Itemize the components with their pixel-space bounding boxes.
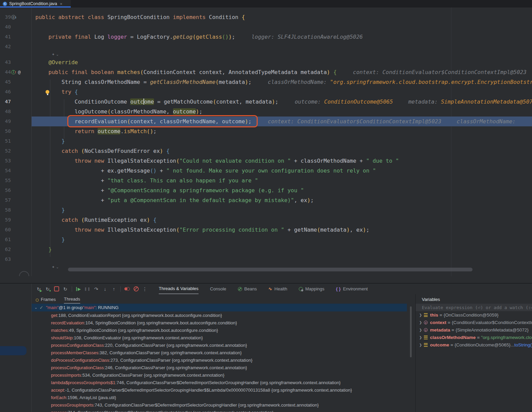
code-line[interactable]: 57 + "put a @ComponentScan in the defaul…	[0, 195, 532, 205]
line-number[interactable]: 42	[0, 42, 11, 52]
debug-tab-beans[interactable]: Beans	[238, 284, 257, 294]
expand-chevron-icon[interactable]: ❯	[419, 343, 424, 347]
code-line[interactable]: 59 catch (RuntimeException ex) {	[0, 215, 532, 225]
expand-chevron-icon[interactable]: ❯	[419, 321, 424, 324]
code-line[interactable]: 50 return outcome.isMatch();	[0, 126, 532, 136]
pause-icon[interactable]: ❚❚	[84, 285, 91, 293]
code-line[interactable]: 54 + ex.getMessage() + " not found. Make…	[0, 166, 532, 176]
code-line[interactable]: 43 @Override	[0, 57, 532, 67]
code-text[interactable]: + ex.getMessage() + " not found. Make su…	[0, 166, 376, 176]
code-line[interactable]: 63	[0, 254, 532, 264]
code-text[interactable]: private final Log logger = LogFactory.ge…	[0, 32, 235, 42]
stack-frame-row[interactable]: accept:-1, ConfigurationClassParser$Defe…	[32, 387, 410, 394]
close-tab-icon[interactable]: ×	[60, 1, 63, 6]
evaluate-expression-input[interactable]: Evaluate expression (⏎) or add a watch (…	[416, 304, 532, 311]
stack-frame-row[interactable]: recordEvaluation:104, SpringBootConditio…	[32, 319, 410, 327]
step-out-icon[interactable]: ↑	[110, 285, 118, 293]
stack-frame-row[interactable]: get:188, ConditionEvaluationReport {org.…	[32, 312, 410, 319]
rerun-icon[interactable]: ↻▶	[35, 285, 42, 293]
stack-frame-row[interactable]: process:714, ConfigurationClassParser$De…	[32, 409, 410, 412]
code-text[interactable]: recordEvaluation(context, classOrMethodN…	[0, 117, 252, 126]
variable-row-this[interactable]: ❯this={OnClassCondition@5059}	[416, 311, 532, 319]
debug-tab-environment[interactable]: { }Environment	[336, 284, 368, 294]
expand-chevron-icon[interactable]: ❯	[419, 313, 424, 317]
code-text[interactable]: public final boolean matches(ConditionCo…	[0, 67, 337, 77]
code-text[interactable]: public abstract class SpringBootConditio…	[0, 12, 245, 22]
editor-tab[interactable]: C SpringBootCondition.java ×	[0, 0, 71, 7]
rerun-debug-icon[interactable]: ↻●	[44, 285, 51, 293]
subtab-threads[interactable]: Threads	[64, 295, 80, 304]
code-text[interactable]: try {	[0, 87, 78, 97]
step-over-icon[interactable]: ↷	[92, 285, 100, 293]
restart-icon[interactable]: ↻	[62, 285, 69, 293]
stack-frame-row[interactable]: processConfigurationClass:220, Configura…	[32, 342, 410, 349]
code-text[interactable]: }	[0, 205, 65, 215]
code-line[interactable]: 46 try {	[0, 87, 532, 97]
expand-chevron-icon[interactable]: ❯	[419, 328, 424, 332]
code-text[interactable]: + "put a @ComponentScan in the default p…	[0, 195, 314, 205]
stack-frame-row[interactable]: processGroupImports:743, ConfigurationCl…	[32, 401, 410, 409]
code-text[interactable]: throw new IllegalStateException("Could n…	[0, 156, 399, 166]
code-text[interactable]: + "that class. This can also happen if y…	[0, 176, 258, 185]
horizontal-scrollbar[interactable]	[68, 268, 473, 271]
code-text[interactable]: + "@ComponentScanning a springframework …	[0, 185, 304, 195]
floating-button-partial[interactable]	[19, 271, 29, 276]
code-line[interactable]: 60 throw new IllegalStateException("Erro…	[0, 225, 532, 235]
stack-frame-row[interactable]: shouldSkip:108, ConditionEvaluator {org.…	[32, 334, 410, 342]
variable-row-classOrMethodName[interactable]: ❯classOrMethodName="org.springframework.…	[416, 334, 532, 341]
frames-scrollbar[interactable]	[410, 306, 412, 357]
stack-frame-row[interactable]: doProcessConfigurationClass:273, Configu…	[32, 357, 410, 364]
code-line[interactable]: 53 throw new IllegalStateException("Coul…	[0, 156, 532, 166]
debug-tab-threads-variables[interactable]: Threads & Variables	[159, 284, 199, 294]
debug-tab-console[interactable]: Console	[210, 284, 226, 294]
expand-chevron-icon[interactable]: ❯	[419, 336, 424, 339]
more-icon[interactable]: ⋮	[141, 285, 149, 293]
code-text[interactable]: catch (NoClassDefFoundError ex) {	[0, 146, 170, 156]
code-text[interactable]: throw new IllegalStateException("Error p…	[0, 225, 370, 235]
code-line[interactable]: 56 + "@ComponentScanning a springframewo…	[0, 185, 532, 195]
stack-frame-row[interactable]: forEach:1596, ArrayList {java.util}	[32, 394, 410, 401]
debug-tab-health[interactable]: ∿Health	[268, 284, 287, 294]
ai-inlay-icon[interactable]: ✦ ⌄	[52, 52, 59, 57]
code-line[interactable]: 47 ConditionOutcome outcome = getMatchOu…	[0, 97, 532, 107]
view-breakpoints-icon[interactable]	[123, 285, 131, 293]
step-into-icon[interactable]: ↓	[101, 285, 109, 293]
code-text[interactable]: catch (RuntimeException ex) {	[0, 215, 156, 225]
code-line[interactable]: 39@↓public abstract class SpringBootCond…	[0, 12, 532, 22]
code-line[interactable]: 55 + "that class. This can also happen i…	[0, 176, 532, 185]
stack-frame-row[interactable]: processImports:534, ConfigurationClassPa…	[32, 372, 410, 379]
ai-inlay-icon[interactable]: ✦ ⌄	[52, 264, 59, 270]
code-line[interactable]: 44I↑@ public final boolean matches(Condi…	[0, 67, 532, 77]
stack-frame-row[interactable]: matches:49, SpringBootCondition {org.spr…	[32, 327, 410, 334]
code-text[interactable]: @Override	[0, 57, 78, 67]
code-line[interactable]: 62 }	[0, 245, 532, 254]
code-line[interactable]: 42	[0, 42, 532, 52]
code-line[interactable]: 51 }	[0, 136, 532, 146]
code-editor[interactable]: 39@↓public abstract class SpringBootCond…	[0, 7, 532, 276]
resume-icon[interactable]: ▶	[75, 285, 82, 293]
code-text[interactable]: }	[0, 245, 52, 254]
mute-breakpoints-icon[interactable]	[132, 285, 140, 293]
variable-row-context[interactable]: ❯pcontext={ConditionEvaluator$ConditionC…	[416, 319, 532, 326]
code-line[interactable]: 52 catch (NoClassDefFoundError ex) {	[0, 146, 532, 156]
stack-frame-row[interactable]: processMemberClasses:382, ConfigurationC…	[32, 349, 410, 357]
variable-row-outcome[interactable]: ❯outcome={ConditionOutcome@5065} ... toS…	[416, 341, 532, 348]
code-text[interactable]: }	[0, 136, 65, 146]
intention-bulb-icon[interactable]	[46, 90, 49, 94]
subtab-frames[interactable]: Frames	[41, 295, 56, 304]
code-text[interactable]: String classOrMethodName = getClassOrMet…	[0, 77, 252, 87]
stack-frame-row[interactable]: processConfigurationClass:246, Configura…	[32, 364, 410, 372]
code-line[interactable]: 41 private final Log logger = LogFactory…	[0, 32, 532, 42]
variable-row-metadata[interactable]: ❯pmetadata={SimpleAnnotationMetadata@507…	[416, 326, 532, 334]
chevron-down-icon[interactable]: ⌄	[34, 305, 37, 310]
code-line[interactable]: 49 recordEvaluation(context, classOrMeth…	[0, 117, 532, 126]
stack-frame-row[interactable]: lambda$processGroupImports$1:746, Config…	[32, 379, 410, 387]
stop-icon[interactable]	[53, 285, 60, 293]
code-line[interactable]: 58 }	[0, 205, 532, 215]
code-text[interactable]: ConditionOutcome outcome = getMatchOutco…	[0, 97, 278, 107]
code-line[interactable]: 45 String classOrMethodName = getClassOr…	[0, 77, 532, 87]
line-number[interactable]: 63	[0, 254, 11, 264]
code-line[interactable]: 61 }	[0, 235, 532, 245]
line-number[interactable]: 40	[0, 22, 11, 32]
code-line[interactable]: 40	[0, 22, 532, 32]
